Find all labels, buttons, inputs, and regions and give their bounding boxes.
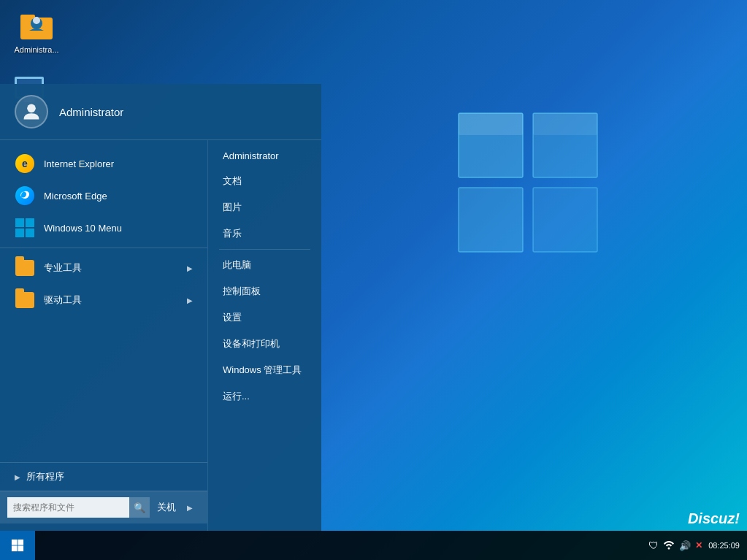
start-windows-icon — [11, 539, 24, 552]
win10menu-icon — [15, 218, 35, 238]
svg-rect-5 — [533, 113, 597, 135]
driver-tools-label: 驱动工具 — [44, 294, 82, 307]
ie-label: Internet Explorer — [44, 158, 114, 169]
start-menu: Administrator e Internet Explorer — [0, 84, 321, 531]
ie-icon: e — [15, 153, 35, 174]
right-divider-1 — [219, 249, 310, 250]
all-programs-label: 所有程序 — [26, 470, 64, 483]
all-programs-arrow-icon: ▶ — [15, 473, 20, 481]
menu-right-admin-tools[interactable]: Windows 管理工具 — [208, 357, 321, 383]
windows-logo-desktop — [455, 110, 601, 256]
svg-rect-12 — [18, 540, 23, 545]
menu-right-column: Administrator 文档 图片 音乐 此电脑 控制面板 设置 设备和打印… — [208, 140, 321, 531]
menu-right-admin[interactable]: Administrator — [208, 144, 321, 168]
pro-tools-icon — [15, 258, 35, 278]
admin-folder-icon — [19, 7, 54, 42]
menu-right-devices[interactable]: 设备和打印机 — [208, 331, 321, 357]
shutdown-area: 关机 ▶ — [150, 498, 200, 517]
desktop-icon-administrator[interactable]: Administra... — [11, 7, 62, 54]
network-icon — [663, 540, 675, 552]
menu-item-ie[interactable]: e Internet Explorer — [0, 147, 207, 180]
menu-right-control-panel[interactable]: 控制面板 — [208, 278, 321, 304]
admin-icon-label: Administra... — [14, 45, 58, 54]
pro-tools-label: 专业工具 — [44, 261, 82, 275]
start-button[interactable] — [0, 531, 35, 560]
win10menu-label: Windows 10 Menu — [44, 223, 122, 234]
desktop: Administra... Administrator — [0, 0, 747, 560]
menu-search-area: 🔍 关机 ▶ — [0, 491, 207, 523]
user-avatar-icon — [21, 101, 42, 122]
menu-right-music[interactable]: 音乐 — [208, 220, 321, 247]
menu-right-run[interactable]: 运行... — [208, 383, 321, 410]
svg-rect-13 — [12, 545, 18, 551]
shield-icon: 🛡 — [648, 540, 659, 551]
svg-rect-11 — [12, 540, 18, 545]
menu-right-documents[interactable]: 文档 — [208, 168, 321, 194]
edge-label: Microsoft Edge — [44, 191, 107, 202]
menu-body: e Internet Explorer Microsoft — [0, 140, 321, 531]
system-tray: 🛡 🔊 ✕ 08:25:09 — [648, 540, 747, 552]
user-avatar[interactable] — [15, 95, 48, 129]
menu-right-this-pc[interactable]: 此电脑 — [208, 252, 321, 278]
systray-icons: 🛡 🔊 ✕ — [648, 540, 702, 552]
discuz-text: Discuz! — [688, 510, 740, 526]
svg-point-15 — [668, 547, 670, 549]
all-programs-button[interactable]: ▶ 所有程序 — [0, 462, 207, 491]
menu-left-column: e Internet Explorer Microsoft — [0, 140, 208, 531]
discuz-watermark: Discuz! — [688, 510, 740, 527]
time-display: 08:25:09 — [708, 540, 740, 551]
menu-item-pro-tools[interactable]: 专业工具 ▶ — [0, 252, 207, 284]
search-button[interactable]: 🔍 — [129, 497, 150, 518]
pro-tools-arrow: ▶ — [187, 264, 193, 272]
menu-divider-1 — [0, 248, 207, 248]
driver-tools-icon — [15, 290, 35, 310]
shutdown-arrow-icon[interactable]: ▶ — [187, 504, 193, 512]
taskbar: 🛡 🔊 ✕ 08:25:09 — [0, 531, 747, 560]
menu-item-edge[interactable]: Microsoft Edge — [0, 180, 207, 212]
menu-right-settings[interactable]: 设置 — [208, 304, 321, 331]
menu-username: Administrator — [59, 106, 123, 118]
svg-rect-2 — [459, 188, 523, 252]
search-input[interactable] — [7, 497, 129, 518]
menu-user-area: Administrator — [0, 84, 321, 140]
svg-rect-4 — [459, 113, 523, 135]
svg-rect-3 — [533, 188, 597, 252]
svg-point-9 — [33, 17, 40, 24]
volume-icon: 🔊 — [679, 540, 691, 551]
edge-icon — [15, 185, 35, 206]
menu-right-pictures[interactable]: 图片 — [208, 194, 321, 220]
svg-rect-14 — [18, 545, 23, 551]
notification-error-icon: ✕ — [695, 540, 702, 551]
driver-tools-arrow: ▶ — [187, 296, 193, 304]
svg-point-10 — [27, 104, 36, 113]
menu-item-driver-tools[interactable]: 驱动工具 ▶ — [0, 284, 207, 316]
shutdown-button[interactable]: 关机 — [150, 498, 183, 517]
menu-item-win10menu[interactable]: Windows 10 Menu — [0, 212, 207, 244]
system-time: 08:25:09 — [708, 540, 740, 551]
